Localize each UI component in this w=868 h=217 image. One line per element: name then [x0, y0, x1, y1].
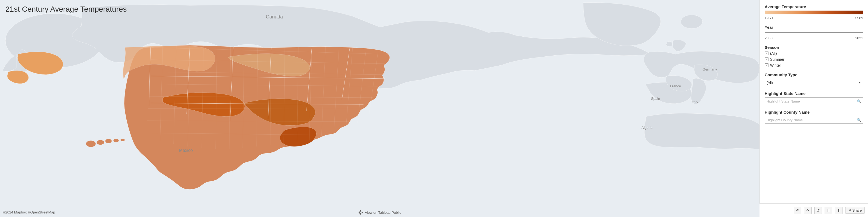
svg-text:Spain: Spain [651, 97, 660, 101]
right-panel: Average Temperature 19.71 77.89 Year 200… [760, 0, 868, 217]
svg-text:France: France [670, 84, 681, 88]
svg-rect-47 [360, 213, 361, 215]
svg-point-2 [681, 15, 703, 29]
year-label: Year [765, 25, 863, 30]
canada-label: Canada [266, 14, 283, 20]
legend-min: 19.71 [765, 16, 774, 20]
svg-text:Germany: Germany [703, 67, 717, 71]
season-label: Season [765, 45, 863, 50]
pause-button[interactable]: ⏸ [825, 207, 832, 214]
copyright: ©2024 Mapbox ©OpenStreetMap [3, 210, 55, 214]
map-canvas: Canada Mexico Germany France Spain Italy… [0, 0, 760, 217]
year-max: 2021 [855, 36, 863, 40]
download-icon: ⬇ [837, 208, 840, 213]
mexico-label: Mexico [179, 148, 193, 153]
year-section: Year 2000 2021 [765, 25, 863, 40]
svg-rect-51 [362, 211, 362, 212]
svg-point-38 [105, 139, 112, 143]
share-label: Share [852, 208, 862, 212]
season-winter-label: Winter [770, 63, 781, 67]
svg-rect-46 [360, 210, 361, 212]
year-range: 2000 2021 [765, 36, 863, 40]
svg-text:Italy: Italy [692, 100, 698, 104]
highlight-county-placeholder: Highlight County Name [767, 118, 857, 122]
pause-icon: ⏸ [827, 208, 830, 213]
legend-values: 19.71 77.89 [765, 16, 863, 20]
redo-icon: ↷ [806, 208, 809, 213]
community-type-label: Community Type [765, 72, 863, 77]
community-type-dropdown[interactable]: (All) ▼ [765, 79, 863, 86]
season-section: Season (All) Summer Winter [765, 45, 863, 67]
search-county-icon: 🔍 [857, 118, 861, 122]
highlight-state-label: Highlight State Name [765, 91, 863, 96]
year-slider[interactable] [765, 32, 863, 33]
svg-rect-48 [359, 212, 360, 213]
svg-rect-49 [362, 212, 363, 213]
highlight-county-input-container[interactable]: Highlight County Name 🔍 [765, 116, 863, 124]
search-icon: 🔍 [857, 99, 861, 103]
season-winter-checkbox[interactable] [765, 63, 769, 67]
revert-icon: ↺ [816, 208, 820, 213]
season-all-checkbox[interactable] [765, 52, 769, 55]
revert-button[interactable]: ↺ [814, 207, 822, 214]
highlight-county-label: Highlight County Name [765, 110, 863, 115]
svg-point-40 [120, 138, 125, 141]
season-winter-row[interactable]: Winter [765, 63, 863, 67]
svg-text:Algeria: Algeria [642, 126, 653, 130]
tableau-footer[interactable]: View on Tableau Public [358, 210, 401, 215]
share-icon: ↗ [848, 208, 851, 212]
tableau-link-text: View on Tableau Public [365, 211, 401, 215]
svg-point-36 [86, 141, 96, 147]
community-type-section: Community Type (All) ▼ [765, 72, 863, 86]
legend-title: Average Temperature [765, 4, 863, 9]
highlight-county-section: Highlight County Name Highlight County N… [765, 110, 863, 124]
season-all-label: (All) [770, 51, 777, 56]
dropdown-arrow-icon: ▼ [858, 81, 861, 84]
bottom-toolbar: ↶ ↷ ↺ ⏸ ⬇ ↗ Share [760, 204, 868, 217]
main-container: 21st Century Average Temperatures [0, 0, 868, 217]
svg-point-37 [97, 140, 104, 145]
legend-section: Average Temperature 19.71 77.89 [765, 4, 863, 20]
season-summer-label: Summer [770, 57, 784, 62]
year-min: 2000 [765, 36, 773, 40]
svg-rect-50 [359, 211, 360, 212]
highlight-state-placeholder: Highlight State Name [767, 99, 857, 103]
undo-button[interactable]: ↶ [794, 207, 801, 214]
highlight-state-input-container[interactable]: Highlight State Name 🔍 [765, 97, 863, 105]
legend-max: 77.89 [854, 16, 863, 20]
svg-rect-53 [362, 213, 362, 214]
tableau-icon [358, 210, 363, 215]
undo-icon: ↶ [796, 208, 799, 213]
season-all-row[interactable]: (All) [765, 51, 863, 56]
color-legend-bar [765, 10, 863, 14]
map-section: 21st Century Average Temperatures [0, 0, 760, 217]
redo-button[interactable]: ↷ [804, 207, 812, 214]
share-button[interactable]: ↗ Share [845, 207, 865, 214]
svg-rect-52 [359, 213, 360, 214]
season-summer-row[interactable]: Summer [765, 57, 863, 62]
community-type-value: (All) [767, 81, 858, 85]
highlight-state-section: Highlight State Name Highlight State Nam… [765, 91, 863, 105]
download-button[interactable]: ⬇ [835, 207, 842, 214]
page-title: 21st Century Average Temperatures [5, 5, 127, 13]
season-summer-checkbox[interactable] [765, 58, 769, 61]
svg-point-39 [113, 138, 119, 143]
